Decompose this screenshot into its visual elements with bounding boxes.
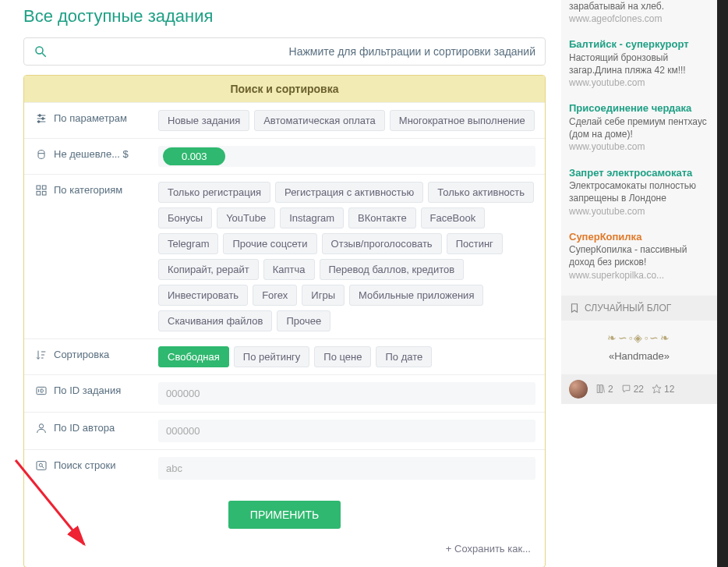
- svg-line-22: [42, 466, 44, 469]
- category-tag[interactable]: Игры: [302, 285, 345, 306]
- ad-title[interactable]: Запрет электросамоката: [569, 166, 709, 180]
- ad-url[interactable]: www.superkopilka.co...: [569, 269, 709, 282]
- stat-books: 2: [595, 384, 613, 395]
- right-edge-decoration: [717, 0, 728, 567]
- categories-label: По категориям: [54, 184, 122, 196]
- ad-desc: Настоящий бронзовый загар.Длина пляжа 42…: [569, 51, 709, 76]
- save-as-link[interactable]: + Сохранить как...: [24, 537, 545, 567]
- svg-point-5: [39, 115, 41, 117]
- svg-rect-24: [600, 385, 603, 393]
- svg-rect-9: [37, 186, 41, 190]
- ad-url[interactable]: www.youtube.com: [569, 76, 709, 89]
- ad-url[interactable]: www.youtube.com: [569, 205, 709, 218]
- stat-stars: 12: [652, 384, 674, 395]
- category-tag[interactable]: Только активность: [428, 182, 534, 203]
- filter-toggle-label: Нажмите для фильтрации и сортировки зада…: [48, 45, 535, 58]
- sliders-icon: [35, 112, 48, 125]
- ad-block: Балтийск - суперкурортНастоящий бронзовы…: [569, 37, 709, 89]
- category-tag[interactable]: Instagram: [280, 207, 344, 229]
- bookmark-icon: [569, 303, 580, 314]
- page-title: Все доступные задания: [23, 6, 546, 27]
- category-tag[interactable]: Бонусы: [158, 207, 212, 229]
- row-params: По параметрам Новые заданияАвтоматическа…: [24, 102, 545, 138]
- search-text-icon: [35, 459, 48, 472]
- category-tag[interactable]: Мобильные приложения: [349, 285, 483, 306]
- category-tag[interactable]: Отзыв/проголосовать: [322, 233, 442, 254]
- category-tag[interactable]: Копирайт, рерайт: [158, 259, 259, 280]
- param-tag[interactable]: Многократное выполнение: [390, 110, 535, 131]
- row-categories: По категориям Только регистрацияРегистра…: [24, 174, 545, 338]
- svg-rect-10: [42, 186, 46, 190]
- filter-panel: Поиск и сортировка По параметрам Новые з…: [23, 75, 546, 567]
- svg-rect-11: [37, 191, 41, 195]
- ad-desc: Сделай себе премиум пентхаус (дом на дом…: [569, 115, 709, 140]
- avatar[interactable]: [569, 380, 588, 399]
- ad-url[interactable]: www.youtube.com: [569, 140, 709, 153]
- param-tag[interactable]: Автоматическая оплата: [254, 110, 385, 131]
- category-tag[interactable]: Прочие соцсети: [223, 233, 316, 254]
- ad-url[interactable]: www.ageofclones.com: [569, 12, 709, 25]
- category-tag[interactable]: Перевод баллов, кредитов: [320, 259, 465, 280]
- category-tag[interactable]: Только регистрация: [158, 182, 270, 203]
- svg-line-1: [42, 53, 46, 57]
- task-id-label: По ID задания: [54, 384, 121, 396]
- category-tag[interactable]: Каптча: [263, 259, 315, 280]
- apply-button[interactable]: ПРИМЕНИТЬ: [228, 501, 341, 529]
- blog-title[interactable]: «Handmade»: [569, 350, 709, 362]
- search-input[interactable]: [158, 457, 535, 480]
- svg-rect-17: [37, 387, 46, 394]
- sidebar: зарабатывай на хлеб.www.ageofclones.comБ…: [561, 0, 717, 404]
- filter-toggle[interactable]: Нажмите для фильтрации и сортировки зада…: [23, 37, 546, 66]
- category-tag[interactable]: Инвестировать: [158, 285, 248, 306]
- ad-block: Запрет электросамокатаЭлектросамокаты по…: [569, 166, 709, 218]
- task-id-input[interactable]: [158, 382, 535, 405]
- ad-desc: зарабатывай на хлеб.: [569, 0, 709, 12]
- svg-rect-12: [42, 191, 46, 195]
- category-tag[interactable]: FaceBook: [421, 207, 486, 229]
- category-tag[interactable]: Forex: [253, 285, 297, 306]
- sort-option[interactable]: По рейтингу: [234, 346, 310, 367]
- svg-marker-26: [652, 384, 661, 393]
- svg-point-19: [39, 424, 43, 428]
- author-id-label: По ID автора: [54, 422, 115, 434]
- row-author-id: По ID автора: [24, 412, 545, 449]
- ad-block: зарабатывай на хлеб.www.ageofclones.com: [569, 0, 709, 25]
- ad-title[interactable]: СуперКопилка: [569, 230, 709, 244]
- svg-point-7: [37, 121, 40, 123]
- search-icon: [34, 44, 48, 58]
- category-tag[interactable]: Скачивания файлов: [158, 310, 272, 331]
- param-tag[interactable]: Новые задания: [158, 110, 249, 131]
- price-input[interactable]: [163, 147, 225, 165]
- ad-title[interactable]: Присоединение чердака: [569, 101, 709, 115]
- ad-title[interactable]: Балтийск - суперкурорт: [569, 37, 709, 51]
- category-tag[interactable]: YouTube: [217, 207, 275, 229]
- sort-body: СвободнаяПо рейтингуПо ценеПо дате: [149, 339, 545, 374]
- category-tag[interactable]: Telegram: [158, 233, 218, 254]
- author-icon: [35, 422, 48, 434]
- panel-title: Поиск и сортировка: [24, 76, 545, 102]
- grid-icon: [35, 184, 48, 197]
- stat-comments: 22: [621, 384, 644, 395]
- category-tag[interactable]: Регистрация с активностью: [275, 182, 423, 203]
- category-tag[interactable]: Постинг: [447, 233, 503, 254]
- author-id-input[interactable]: [158, 420, 535, 442]
- sort-icon: [35, 349, 48, 361]
- id-icon: [35, 384, 48, 397]
- row-price: Не дешевле... $: [24, 138, 545, 174]
- sort-option[interactable]: По цене: [314, 346, 371, 367]
- svg-line-25: [603, 385, 605, 393]
- ad-block: СуперКопилкаСуперКопилка - пассивный дох…: [569, 230, 709, 282]
- svg-point-0: [36, 47, 43, 54]
- sort-label: Сортировка: [54, 349, 109, 360]
- category-tag[interactable]: ВКонтакте: [348, 207, 416, 229]
- params-label: По параметрам: [54, 112, 127, 124]
- sort-option[interactable]: По дате: [376, 346, 432, 367]
- row-sort: Сортировка СвободнаяПо рейтингуПо ценеПо…: [24, 338, 545, 374]
- money-icon: [35, 148, 48, 161]
- blog-stats: 22212: [561, 374, 717, 404]
- blog-decoration: ❧∽◦◈◦∽❧: [569, 331, 709, 344]
- row-search: Поиск строки: [24, 449, 545, 487]
- ad-desc: СуперКопилка - пассивный доход без риско…: [569, 243, 709, 268]
- category-tag[interactable]: Прочее: [277, 310, 330, 331]
- sort-option[interactable]: Свободная: [158, 346, 229, 367]
